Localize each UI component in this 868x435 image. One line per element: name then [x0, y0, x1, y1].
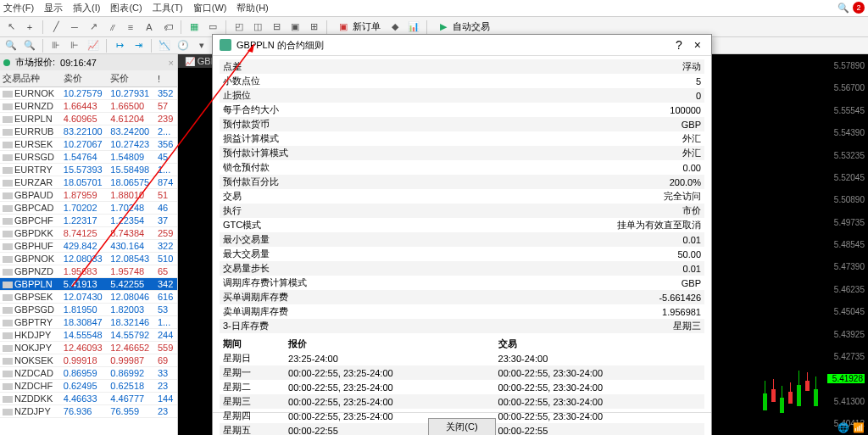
symbol-row[interactable]: GBPCAD1.702021.7024846 [0, 202, 177, 215]
menu-file[interactable]: 文件(F) [3, 2, 34, 14]
col-bid[interactable]: 卖价 [61, 70, 108, 87]
symbol-row[interactable]: GBPNZD1.956831.9574865 [0, 265, 177, 278]
symbol-row[interactable]: GBPPLN5.419135.42255342 [0, 278, 177, 291]
close-icon[interactable]: × [691, 38, 704, 52]
symbol-row[interactable]: GBPNOK12.0803312.08543510 [0, 253, 177, 265]
price-tick: 5.54390 [827, 128, 865, 137]
menubar: 文件(F) 显示 插入(I) 图表(C) 工具(T) 窗口(W) 帮助(H) [0, 0, 868, 17]
globe-icon[interactable]: 🌐 [837, 422, 849, 433]
symbol-row[interactable]: EURPLN4.609654.61204239 [0, 113, 177, 125]
sched-row: 星期二00:00-22:55, 23:25-24:0000:00-22:55, … [220, 380, 704, 394]
symbol-row[interactable]: NOKJPY12.4609312.46652559 [0, 342, 177, 354]
search-icon[interactable]: 🔍 [837, 3, 849, 14]
symbol-row[interactable]: EURNOK10.2757910.27931352 [0, 87, 177, 100]
terminal-icon[interactable]: ▣ [287, 20, 303, 35]
symbol-row[interactable]: NZDCHF0.624950.6251823 [0, 380, 177, 393]
symbol-row[interactable]: EURNZD1.664431.6650057 [0, 100, 177, 113]
symbol-row[interactable]: NZDCAD0.869590.8699233 [0, 367, 177, 380]
symbol-row[interactable]: HKDJPY14.5554814.55792244 [0, 329, 177, 342]
symbol-row[interactable]: GBPTRY18.3084718.321461... [0, 316, 177, 329]
menu-chart[interactable]: 图表(C) [110, 2, 142, 14]
spec-row: 执行市价 [220, 204, 704, 218]
market-watch-icon[interactable]: ◰ [231, 20, 247, 35]
spec-row: 小数点位5 [220, 74, 704, 88]
symbol-row[interactable]: GBPHUF429.842430.164322 [0, 240, 177, 253]
col-spread[interactable]: ! [155, 70, 177, 87]
spec-row: 卖单调期库存费1.956981 [220, 304, 704, 319]
menu-view[interactable]: 显示 [44, 2, 63, 14]
spec-table: 点差浮动小数点位5止损位0每手合约大小100000预付款货币GBP损益计算模式外… [220, 59, 704, 333]
candles-icon[interactable]: ⊩ [67, 38, 82, 53]
profile-icon[interactable]: ▭ [205, 20, 220, 35]
periods-icon[interactable]: 🕐 [175, 38, 191, 53]
dialog-icon [220, 39, 231, 51]
symbol-row[interactable]: GBPSEK12.0743012.08046616 [0, 291, 177, 304]
symbol-row[interactable]: NOKSEK0.999180.9998769 [0, 354, 177, 367]
quote-title: 市场报价: [15, 56, 55, 69]
corner-icons: 🔍 2 [837, 2, 865, 14]
autoscroll-icon[interactable]: ⇥ [131, 38, 146, 53]
navigator-icon[interactable]: ⊟ [269, 20, 284, 35]
zoom-out-icon[interactable]: 🔍 [22, 38, 37, 53]
crosshair-icon[interactable]: + [22, 20, 37, 35]
sched-col-quote: 报价 [285, 337, 494, 351]
cursor-icon[interactable]: ↖ [3, 20, 19, 35]
market-watch: 市场报价: 09:16:47 × 交易品种 卖价 买价 ! EURNOK10.2… [0, 54, 178, 435]
dialog-titlebar[interactable]: GBPPLN 的合约细则 ? × [213, 35, 711, 56]
col-ask[interactable]: 买价 [108, 70, 155, 87]
indicators-icon[interactable]: 📉 [157, 38, 172, 53]
templates-icon[interactable]: ▾ [194, 38, 209, 53]
symbol-row[interactable]: NZDDKK4.466334.46777144 [0, 393, 177, 405]
spec-row: GTC模式挂单为有效直至取消 [220, 218, 704, 232]
symbol-row[interactable]: GBPDKK8.741258.74384259 [0, 227, 177, 240]
channel-icon[interactable]: ⫽ [104, 20, 120, 35]
bars-icon[interactable]: ⊪ [48, 38, 64, 53]
price-tick: 5.55545 [827, 106, 865, 115]
symbol-row[interactable]: EURRUB83.2210083.242002... [0, 125, 177, 138]
dialog-title-text: GBPPLN 的合约细则 [236, 39, 324, 52]
menu-tools[interactable]: 工具(T) [153, 2, 183, 14]
alert-badge[interactable]: 2 [853, 2, 865, 14]
quote-close-icon[interactable]: × [169, 58, 174, 68]
new-order-button[interactable]: ▣ 新订单 [332, 20, 384, 35]
text-icon[interactable]: A [142, 20, 157, 35]
menu-insert[interactable]: 插入(I) [73, 2, 100, 14]
col-symbol[interactable]: 交易品种 [0, 70, 61, 87]
spec-row: 每手合约大小100000 [220, 103, 704, 117]
fib-icon[interactable]: ≡ [123, 20, 138, 35]
trend-icon[interactable]: ↗ [86, 20, 101, 35]
symbol-row[interactable]: GBPAUD1.879591.8801051 [0, 189, 177, 202]
hline-icon[interactable]: ─ [67, 20, 82, 35]
symbol-row[interactable]: EURSGD1.547641.5480945 [0, 151, 177, 164]
new-chart-icon[interactable]: ▦ [186, 20, 202, 35]
spec-row: 调期库存费计算模式GBP [220, 276, 704, 290]
autotrading-button[interactable]: ▶ 自动交易 [432, 20, 493, 35]
help-icon[interactable]: ? [672, 38, 686, 52]
menu-window[interactable]: 窗口(W) [193, 2, 227, 14]
sched-row: 星期日23:25-24:0023:30-24:00 [220, 351, 704, 365]
symbol-row[interactable]: EURSEK10.2706710.27423356 [0, 138, 177, 151]
rss-icon[interactable]: 📶 [853, 422, 865, 433]
metaquotes-icon[interactable]: ◆ [387, 20, 403, 35]
label-icon[interactable]: 🏷 [160, 20, 175, 35]
data-window-icon[interactable]: ◫ [250, 20, 265, 35]
zoom-in-icon[interactable]: 🔍 [3, 38, 19, 53]
line-icon[interactable]: ╱ [48, 20, 64, 35]
symbol-row[interactable]: NZDJPY76.93676.95923 [0, 405, 177, 418]
spec-row: 3-日库存费星期三 [220, 319, 704, 333]
spec-row: 最大交易量50.00 [220, 247, 704, 261]
symbol-row[interactable]: GBPSGD1.819501.8200353 [0, 304, 177, 316]
spec-row: 预付款百分比200.0% [220, 175, 704, 189]
price-tick: 5.56700 [827, 83, 865, 92]
symbol-row[interactable]: EURTRY15.5739315.584981... [0, 164, 177, 176]
spec-row: 点差浮动 [220, 59, 704, 74]
shift-icon[interactable]: ↦ [112, 38, 127, 53]
quote-time: 09:16:47 [60, 58, 97, 68]
signal-icon[interactable]: 📊 [406, 20, 421, 35]
tester-icon[interactable]: ⊞ [306, 20, 321, 35]
menu-help[interactable]: 帮助(H) [236, 2, 268, 14]
close-button[interactable]: 关闭(C) [428, 418, 495, 435]
symbol-row[interactable]: GBPCHF1.223171.2235437 [0, 215, 177, 227]
line-chart-icon[interactable]: 📈 [86, 38, 101, 53]
symbol-row[interactable]: EURZAR18.0570118.06575874 [0, 176, 177, 189]
